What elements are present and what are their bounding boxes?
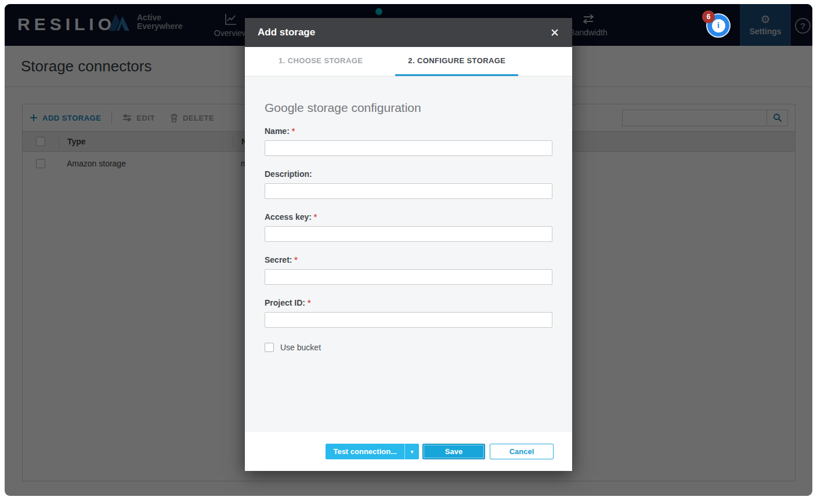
tab-configure-storage[interactable]: 2. CONFIGURE STORAGE (395, 47, 518, 76)
modal-tabs: 1. CHOOSE STORAGE 2. CONFIGURE STORAGE (245, 47, 572, 77)
add-storage-modal: Add storage ✕ 1. CHOOSE STORAGE 2. CONFI… (245, 18, 572, 471)
configuration-heading: Google storage configuration (265, 101, 552, 115)
field-secret: Secret: * (265, 255, 552, 285)
test-connection-split-button: Test connection... ▾ (326, 444, 419, 459)
secret-label: Secret: * (265, 255, 552, 264)
use-bucket-checkbox[interactable] (265, 343, 274, 352)
tab-choose-storage[interactable]: 1. CHOOSE STORAGE (266, 47, 375, 76)
test-connection-button[interactable]: Test connection... (326, 444, 404, 459)
app-window: RESILIO Active Everywhere Overview (5, 4, 812, 496)
modal-footer: Test connection... ▾ Save Cancel (245, 432, 572, 471)
access-key-field[interactable] (265, 226, 552, 242)
info-icon: i (712, 19, 725, 32)
cancel-button[interactable]: Cancel (490, 444, 554, 459)
project-id-field[interactable] (265, 312, 552, 328)
use-bucket-label: Use bucket (280, 343, 321, 352)
use-bucket-row: Use bucket (265, 343, 552, 352)
test-connection-dropdown-button[interactable]: ▾ (404, 444, 419, 459)
access-key-label: Access key: * (265, 212, 552, 222)
description-field[interactable] (265, 183, 552, 199)
field-access-key: Access key: * (265, 212, 552, 242)
description-label: Description: (265, 169, 552, 179)
close-icon[interactable]: ✕ (550, 27, 559, 38)
chevron-down-icon: ▾ (411, 449, 414, 455)
notification-badge: 6 (702, 10, 715, 23)
name-label: Name: * (265, 126, 552, 136)
modal-title: Add storage (258, 27, 315, 38)
modal-header: Add storage ✕ (245, 18, 572, 47)
required-asterisk: * (292, 126, 295, 136)
project-id-label: Project ID: * (265, 298, 552, 307)
required-asterisk: * (314, 212, 317, 222)
notifications-info-button[interactable]: 6 i (706, 13, 731, 38)
secret-field[interactable] (265, 269, 552, 285)
required-asterisk: * (308, 298, 310, 307)
modal-body: Google storage configuration Name: * Des… (245, 77, 572, 432)
field-project-id: Project ID: * (265, 298, 552, 328)
save-button[interactable]: Save (422, 444, 485, 459)
name-field[interactable] (265, 140, 552, 156)
field-description: Description: (265, 169, 552, 199)
required-asterisk: * (294, 255, 297, 264)
field-name: Name: * (265, 126, 552, 156)
